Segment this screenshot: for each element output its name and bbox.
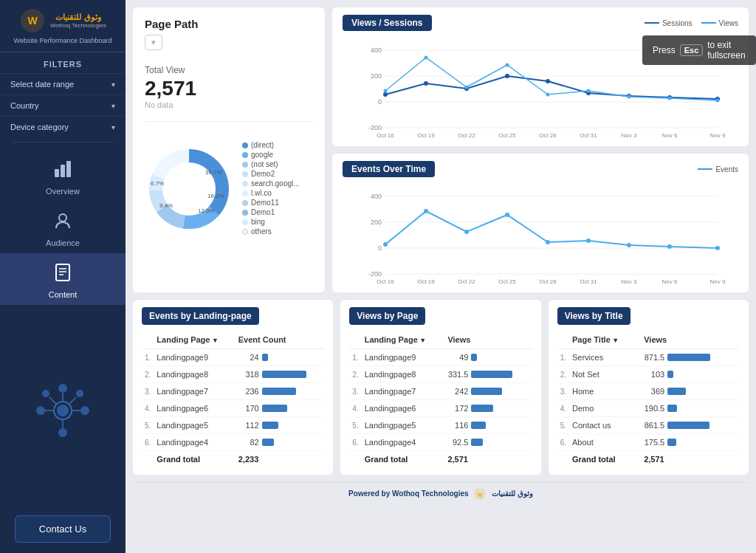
svg-point-61 — [716, 99, 720, 103]
col-landing-page2[interactable]: Landing Page — [362, 332, 445, 349]
table-row: 4. Landingpage6 172 — [349, 400, 532, 417]
table-row: 1. Landingpage9 49 — [349, 349, 532, 366]
audience-icon — [52, 210, 73, 236]
network-icon-area — [0, 305, 126, 515]
svg-point-79 — [383, 242, 388, 247]
chart-header: Views / Sessions Sessions Views — [343, 15, 738, 31]
table-row: 6. About 175.5 — [557, 434, 740, 451]
svg-point-82 — [505, 213, 509, 217]
svg-rect-4 — [66, 161, 71, 177]
events-chart: 400 200 0 -200 Oct 16 Oct 19 — [343, 182, 738, 285]
svg-rect-3 — [61, 165, 65, 177]
svg-text:W: W — [27, 15, 38, 27]
table-row: 5. Landingpage5 112 — [142, 417, 324, 434]
arrow-icon: ▾ — [111, 102, 115, 110]
nav-item-content[interactable]: Content — [0, 253, 126, 305]
svg-point-59 — [628, 95, 631, 99]
svg-line-22 — [49, 397, 57, 405]
svg-text:Oct 28: Oct 28 — [539, 278, 557, 285]
svg-text:Oct 22: Oct 22 — [458, 278, 475, 285]
svg-rect-6 — [56, 264, 69, 281]
country-filter[interactable]: Country ▾ — [0, 95, 126, 116]
logo-area: W وثوق للتقنيات Wothoq Technologies Webs… — [0, 0, 126, 52]
table-row: 1. Services 871.5 — [557, 349, 740, 366]
table-row: 1. Landingpage9 24 — [142, 349, 324, 366]
col-landing-page[interactable]: Landing Page — [154, 332, 235, 349]
svg-point-58 — [587, 89, 591, 93]
table-row: 6. Landingpage4 82 — [142, 434, 324, 451]
svg-text:Oct 28: Oct 28 — [539, 132, 557, 139]
svg-text:400: 400 — [371, 47, 382, 54]
logo-text: وثوق للتقنيات — [50, 13, 106, 22]
svg-point-45 — [424, 81, 428, 86]
table-row: 2. Not Set 103 — [557, 366, 740, 383]
page-path-title: Page Path — [145, 18, 313, 30]
title-grand-total: 2,571 — [641, 451, 740, 468]
table-row: 3. Landingpage7 242 — [349, 383, 532, 400]
svg-text:Nov 6: Nov 6 — [662, 278, 678, 285]
svg-rect-2 — [55, 169, 59, 177]
svg-text:Oct 31: Oct 31 — [580, 132, 597, 139]
svg-text:Oct 16: Oct 16 — [377, 132, 394, 139]
svg-text:6.7%: 6.7% — [151, 180, 164, 187]
svg-point-80 — [424, 209, 428, 213]
svg-point-81 — [464, 230, 469, 234]
svg-line-23 — [69, 397, 76, 405]
svg-point-17 — [76, 390, 83, 397]
divider — [13, 142, 113, 142]
svg-text:Oct 25: Oct 25 — [498, 132, 516, 139]
main-content: Page Path ▾ Total View 2,571 No data — [126, 0, 756, 553]
page-path-dropdown[interactable]: ▾ — [145, 35, 162, 50]
views-grand-total-label: Grand total — [362, 451, 445, 468]
svg-text:Nov 6: Nov 6 — [662, 132, 678, 139]
svg-text:0: 0 — [378, 244, 382, 252]
contact-button[interactable]: Contact Us — [15, 515, 111, 543]
svg-point-55 — [465, 86, 469, 89]
nav-item-overview[interactable]: Overview — [0, 150, 126, 202]
svg-text:Nov 9: Nov 9 — [710, 132, 726, 139]
donut-legend: (direct) google (not set) Demo2 search.g… — [242, 141, 300, 237]
views-title-title: Views by Title — [557, 307, 630, 325]
svg-point-84 — [586, 238, 591, 243]
views-sessions-card: Views / Sessions Sessions Views — [332, 7, 749, 146]
svg-text:Oct 19: Oct 19 — [417, 278, 435, 285]
views-sessions-title: Views / Sessions — [343, 15, 432, 31]
svg-point-11 — [57, 405, 69, 416]
donut-chart: 36.7% 16.2% 12.9% 9.4% 6.7% — [145, 145, 233, 233]
events-chart-header: Events Over Time Events — [343, 161, 738, 177]
svg-point-48 — [546, 79, 550, 83]
col-page-title[interactable]: Page Title — [569, 332, 641, 349]
svg-point-16 — [42, 390, 49, 397]
views-title-table: Page Title Views 1. Services 871.5 2. No… — [557, 332, 740, 467]
views-grand-total: 2,571 — [444, 451, 532, 468]
bottom-row: Events by Landing-page Landing Page Even… — [133, 300, 749, 475]
table-row: 2. Landingpage8 331.5 — [349, 366, 532, 383]
dashboard-subtitle: Website Performance Dashboard — [7, 37, 118, 44]
nav-item-audience[interactable]: Audience — [0, 202, 126, 253]
svg-point-15 — [80, 406, 89, 415]
col-views2: Views — [641, 332, 740, 349]
events-legend: Events — [698, 165, 738, 174]
page-path-card: Page Path ▾ Total View 2,571 No data — [133, 7, 325, 292]
svg-point-14 — [36, 406, 45, 415]
svg-text:Oct 16: Oct 16 — [377, 278, 394, 285]
events-grand-total-label: Grand total — [154, 451, 235, 468]
svg-text:16.2%: 16.2% — [207, 193, 224, 199]
date-range-filter[interactable]: Select date range ▾ — [0, 73, 126, 95]
overview-icon — [52, 159, 73, 184]
svg-text:Nov 3: Nov 3 — [622, 132, 637, 139]
svg-text:Oct 25: Oct 25 — [498, 278, 516, 285]
donut-area: 36.7% 16.2% 12.9% 9.4% 6.7% (direct) goo… — [145, 141, 313, 237]
svg-text:Nov 9: Nov 9 — [710, 278, 726, 285]
events-landing-card: Events by Landing-page Landing Page Even… — [133, 300, 333, 475]
footer-logo-icon: W — [473, 487, 487, 501]
svg-text:Nov 3: Nov 3 — [622, 278, 637, 285]
device-category-filter[interactable]: Device category ▾ — [0, 116, 126, 137]
views-page-title: Views by Page — [349, 307, 425, 325]
svg-point-86 — [667, 244, 672, 249]
footer: Powered by Wothoq Technologies W وثوق لل… — [133, 482, 749, 505]
events-grand-total: 2,233 — [236, 451, 325, 468]
svg-point-13 — [58, 428, 67, 437]
svg-point-56 — [506, 63, 509, 67]
svg-point-12 — [58, 384, 67, 393]
